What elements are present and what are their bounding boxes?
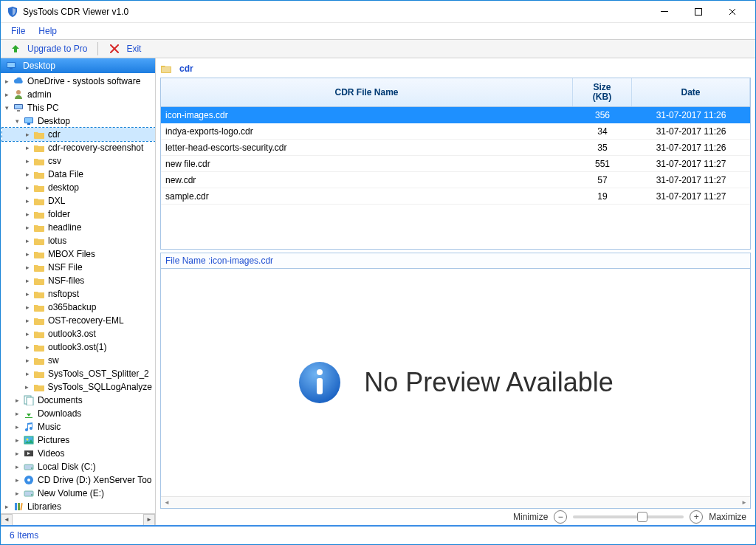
menu-help[interactable]: Help (32, 24, 63, 38)
tree-item[interactable]: ▸headline (2, 221, 155, 234)
scroll-right-icon[interactable]: ► (738, 497, 750, 509)
tree-item[interactable]: ▸Music (2, 420, 155, 433)
exit-button[interactable]: Exit (104, 41, 145, 56)
scroll-right-icon[interactable]: ► (143, 514, 155, 526)
tree-item[interactable]: ▸NSF-files (2, 274, 155, 287)
expand-toggle[interactable]: ▸ (2, 90, 11, 99)
expand-toggle[interactable]: ▸ (2, 77, 11, 86)
expand-toggle[interactable]: ▾ (2, 103, 11, 112)
col-size[interactable]: Size (KB) (573, 78, 632, 106)
expand-toggle[interactable]: ▸ (13, 409, 21, 418)
tree-item[interactable]: ▸Data File (2, 168, 155, 181)
tree-item[interactable]: ▸outlook3.ost(1) (2, 340, 155, 354)
expand-toggle[interactable]: ▸ (23, 183, 32, 192)
menu-file[interactable]: File (5, 24, 31, 38)
expand-toggle[interactable]: ▸ (13, 476, 21, 484)
expand-toggle[interactable]: ▾ (13, 117, 21, 126)
tree-item[interactable]: ▸desktop (2, 181, 155, 194)
folder-icon (33, 195, 45, 207)
tree-item[interactable]: ▸Videos (2, 447, 155, 460)
preview-scrollbar[interactable]: ◄ ► (161, 496, 750, 508)
tree-item[interactable]: ▸OneDrive - systools software (2, 75, 155, 88)
tree-item[interactable]: ▸MBOX Files (2, 247, 155, 261)
upgrade-button[interactable]: Upgrade to Pro (5, 41, 92, 56)
tree-item[interactable]: ▸OST-recovery-EML (2, 314, 155, 327)
expand-toggle[interactable]: ▸ (2, 502, 11, 511)
tree-item[interactable]: ▸Downloads (2, 407, 155, 420)
expand-toggle[interactable]: ▸ (23, 250, 32, 258)
expand-toggle[interactable]: ▸ (23, 143, 32, 152)
expand-toggle[interactable]: ▸ (23, 223, 32, 232)
tree-item[interactable]: ▸Local Disk (C:) (2, 460, 155, 473)
tree-item[interactable]: ▸DXL (2, 194, 155, 208)
tree-item[interactable]: ▸SysTools_OST_Splitter_2 (2, 367, 155, 380)
tree-item[interactable]: ▸csv (2, 154, 155, 168)
table-row[interactable]: indya-exports-logo.cdr3431-07-2017 11:26 (161, 123, 750, 140)
table-row[interactable]: letter-head-escorts-security.cdr3531-07-… (161, 140, 750, 156)
expand-toggle[interactable]: ▸ (23, 130, 32, 139)
expand-toggle[interactable]: ▸ (13, 436, 21, 445)
expand-toggle[interactable]: ▸ (23, 196, 32, 205)
tree-item[interactable]: ▸nsftopst (2, 287, 155, 301)
tree-item[interactable]: ▸CD Drive (D:) XenServer Too (2, 473, 155, 487)
minimize-button[interactable] (647, 1, 681, 23)
expand-toggle[interactable]: ▸ (13, 422, 21, 431)
scroll-track[interactable] (173, 498, 738, 508)
tree-item[interactable]: ▸cdr (2, 128, 155, 141)
tree-item[interactable]: ▸New Volume (E:) (2, 487, 155, 500)
maximize-button[interactable] (681, 1, 715, 23)
tree-item[interactable]: ▸NSF File (2, 261, 155, 274)
tree-item[interactable]: ▸o365backup (2, 301, 155, 314)
zoom-thumb[interactable] (637, 512, 647, 522)
expand-toggle[interactable]: ▸ (23, 356, 32, 365)
expand-toggle[interactable]: ▸ (23, 369, 32, 378)
tree-item[interactable]: ▸lotus (2, 234, 155, 247)
tree-item[interactable]: ▸Pictures (2, 433, 155, 447)
expand-toggle[interactable]: ▸ (23, 343, 32, 352)
tree-item[interactable]: ▸SysTools_SQLLogAnalyze (2, 380, 155, 394)
table-body[interactable]: icon-images.cdr35631-07-2017 11:26indya-… (161, 107, 750, 249)
expand-toggle[interactable]: ▸ (23, 289, 32, 298)
tree-item[interactable]: ▾This PC (2, 101, 155, 114)
sidebar-scrollbar[interactable]: ◄ ► (1, 513, 155, 525)
tree-item[interactable]: ▸Libraries (2, 500, 155, 513)
tree-item[interactable]: ▸cdr-recovery-screenshot (2, 141, 155, 154)
folder-tree[interactable]: ▸OneDrive - systools software▸admin▾This… (1, 73, 155, 513)
zoom-slider[interactable] (573, 515, 684, 518)
table-row[interactable]: new.cdr5731-07-2017 11:27 (161, 172, 750, 188)
expand-toggle[interactable]: ▸ (23, 329, 32, 338)
close-button[interactable] (715, 1, 749, 23)
expand-toggle[interactable]: ▸ (23, 236, 32, 245)
sidebar-header[interactable]: Desktop (1, 58, 155, 73)
exit-label: Exit (126, 44, 141, 54)
table-row[interactable]: icon-images.cdr35631-07-2017 11:26 (161, 107, 750, 123)
expand-toggle[interactable]: ▸ (23, 303, 32, 312)
tree-item[interactable]: ▸outlook3.ost (2, 327, 155, 340)
expand-toggle[interactable]: ▸ (13, 462, 21, 471)
table-row[interactable]: sample.cdr1931-07-2017 11:27 (161, 188, 750, 205)
expand-toggle[interactable]: ▸ (13, 449, 21, 458)
table-row[interactable]: new file.cdr55131-07-2017 11:27 (161, 156, 750, 172)
expand-toggle[interactable]: ▸ (23, 383, 32, 391)
tree-item[interactable]: ▸folder (2, 208, 155, 221)
tree-item[interactable]: ▾Desktop (2, 114, 155, 128)
scroll-track[interactable] (13, 515, 143, 525)
expand-toggle[interactable]: ▸ (23, 170, 32, 179)
zoom-in-button[interactable]: + (690, 510, 703, 524)
expand-toggle[interactable]: ▸ (23, 316, 32, 325)
cloud-icon (13, 75, 24, 87)
expand-toggle[interactable]: ▸ (23, 276, 32, 285)
tree-item[interactable]: ▸sw (2, 354, 155, 367)
tree-item[interactable]: ▸Documents (2, 394, 155, 407)
scroll-left-icon[interactable]: ◄ (1, 514, 13, 526)
scroll-left-icon[interactable]: ◄ (161, 497, 173, 509)
expand-toggle[interactable]: ▸ (23, 210, 32, 219)
expand-toggle[interactable]: ▸ (13, 396, 21, 405)
zoom-out-button[interactable]: − (554, 510, 567, 524)
expand-toggle[interactable]: ▸ (23, 157, 32, 165)
expand-toggle[interactable]: ▸ (13, 489, 21, 498)
expand-toggle[interactable]: ▸ (23, 263, 32, 272)
col-date[interactable]: Date (632, 78, 750, 106)
tree-item[interactable]: ▸admin (2, 88, 155, 101)
col-name[interactable]: CDR File Name (161, 78, 573, 106)
